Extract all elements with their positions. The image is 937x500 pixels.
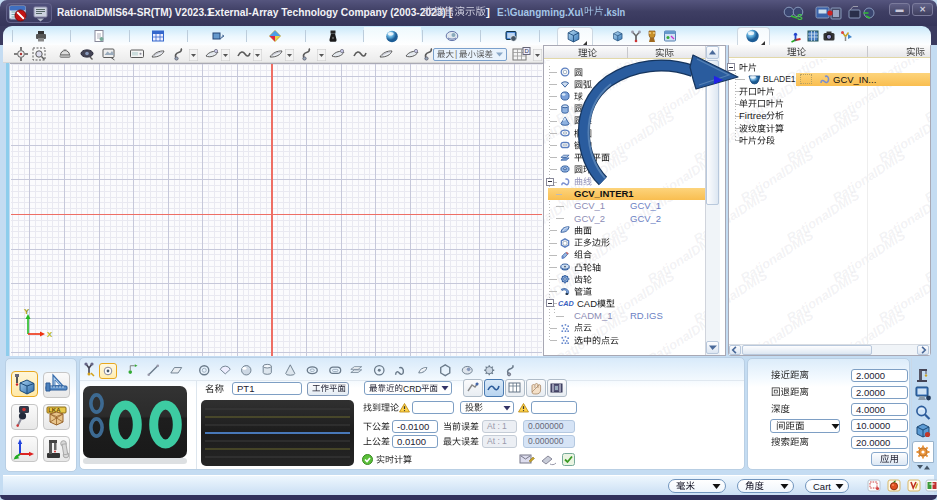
svg-text:X: X	[47, 330, 53, 339]
svg-text:CAD: CAD	[558, 299, 574, 308]
svg-text:Y: Y	[24, 307, 30, 316]
svg-text:D: D	[525, 48, 530, 54]
svg-text:S: S	[797, 12, 803, 22]
